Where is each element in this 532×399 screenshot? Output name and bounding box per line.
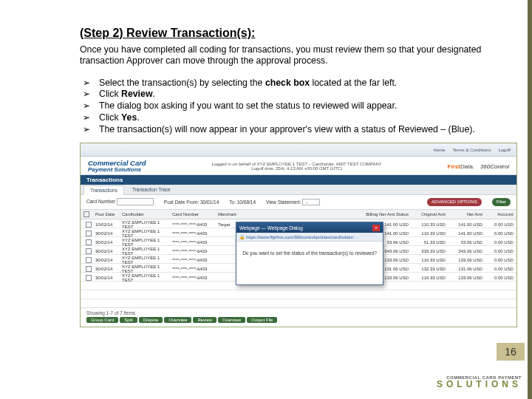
tab-trace[interactable]: Transaction Trace (126, 185, 177, 194)
col-postdate: Post Date (95, 212, 120, 216)
col-netamt: Net Amt (447, 212, 482, 216)
footer-l2: SOLUTIONS (437, 380, 522, 389)
tabs: Transactions Transaction Trace (81, 185, 516, 195)
row-checkbox[interactable] (86, 248, 92, 254)
dialog-title: Webpage — Webpage Dialog (239, 225, 303, 231)
step-title: (Step 2) Review Transaction(s): (80, 27, 497, 40)
select-all-checkbox[interactable] (83, 211, 89, 217)
filter-bar: Card Number Post Date From: 30/01/14 To:… (81, 195, 516, 210)
step-item: ➢Select the transaction(s) by selecting … (83, 78, 497, 89)
action-buttons: Group CardSplitDisputeOverviewReviewOver… (86, 317, 511, 323)
close-icon[interactable]: × (372, 225, 380, 231)
col-merchant: Merchant (218, 212, 255, 216)
footer-logo: COMMERCIAL CARD PAYMENT SOLUTIONS (437, 375, 522, 389)
page-number: 16 (497, 343, 525, 361)
row-checkbox[interactable] (86, 257, 92, 263)
adv-options[interactable]: ADVANCED OPTIONS (427, 198, 482, 206)
page-content: (Step 2) Review Transaction(s): Once you… (0, 0, 532, 135)
link-home[interactable]: Home (433, 148, 445, 152)
chevron-right-icon: ➢ (83, 78, 99, 89)
row-checkbox[interactable] (86, 231, 92, 236)
row-checkbox[interactable] (86, 239, 92, 245)
header-right: FirstData. 360Control (448, 163, 509, 170)
col-cardnumber: Card Number (172, 212, 216, 216)
app-top-links: Home Terms & Conditions Logoff (81, 143, 516, 157)
step-item: ➢Click Yes. (83, 112, 497, 124)
bottom-bar: Showing 1-7 of 7 items Group CardSplitDi… (81, 307, 516, 327)
chevron-right-icon: ➢ (83, 100, 99, 112)
dialog-url: https://www.ffgrfms.com/360controlqn/sit… (246, 235, 358, 239)
filter-button[interactable]: Filter (492, 198, 511, 206)
page-right-border (528, 0, 532, 399)
col-cardholder: Cardholder (122, 212, 171, 216)
chevron-right-icon: ➢ (83, 112, 99, 123)
step-text: The dialog box asking if you want to set… (99, 100, 497, 112)
app-header: Commercial Card Payment Solutions Logged… (81, 157, 516, 175)
chevron-right-icon: ➢ (83, 124, 99, 135)
dialog-message: Do you want to set the status of the tra… (236, 242, 383, 265)
chevron-right-icon: ➢ (83, 89, 99, 100)
cardnum-input[interactable] (117, 198, 154, 205)
row-checkbox[interactable] (86, 275, 92, 281)
pager-text: Showing 1-7 of 7 items (86, 310, 511, 316)
step-item: ➢Click Review. (83, 89, 497, 100)
postdate-to: To: 10/08/14 (229, 200, 256, 205)
step-text: Click Yes. (99, 112, 497, 124)
action-group-card[interactable]: Group Card (86, 317, 118, 323)
col-origamt: Original Amt (410, 212, 446, 216)
action-split[interactable]: Split (120, 317, 137, 323)
table-header: Post Date Cardholder Card Number Merchan… (81, 210, 516, 219)
firstdata-logo: FirstData. (448, 163, 474, 170)
step-list: ➢Select the transaction(s) by selecting … (80, 78, 497, 136)
tab-transactions[interactable]: Transactions (83, 185, 124, 195)
cardnum-label: Card Number (86, 199, 115, 204)
link-terms[interactable]: Terms & Conditions (452, 148, 491, 152)
action-overview[interactable]: Overview (218, 317, 245, 323)
step-text: Select the transaction(s) by selecting t… (99, 78, 497, 89)
step-text: The transaction(s) will now appear in yo… (99, 124, 497, 136)
col-netamt-status: Billing Net Amt Status (256, 212, 409, 216)
row-checkbox[interactable] (86, 222, 92, 228)
postdate-from: Post Date From: 30/01/14 (164, 200, 219, 205)
action-overview[interactable]: Overview (164, 317, 191, 323)
embedded-app-screenshot: Home Terms & Conditions Logoff Commercia… (80, 143, 517, 327)
step-item: ➢The dialog box asking if you want to se… (83, 100, 497, 112)
action-output-file[interactable]: Output File (247, 317, 277, 323)
viewstmt-value[interactable]: - (302, 199, 320, 205)
brand-l2: Payment Solutions (88, 167, 146, 173)
lock-icon: 🔒 (239, 234, 245, 239)
brand: Commercial Card Payment Solutions (88, 160, 146, 173)
action-dispute[interactable]: Dispute (139, 317, 163, 323)
product-name: 360Control (480, 163, 509, 170)
step-text: Click Review. (99, 89, 497, 100)
confirm-dialog: Webpage — Webpage Dialog× 🔒https://www.f… (236, 222, 383, 285)
viewstmt-label: View Statement: (266, 200, 301, 205)
link-logoff[interactable]: Logoff (498, 148, 511, 152)
col-account: Account (484, 212, 514, 216)
row-checkbox[interactable] (86, 266, 92, 272)
step-item: ➢The transaction(s) will now appear in y… (83, 124, 497, 136)
intro-text: Once you have completed all coding for t… (80, 44, 497, 67)
section-title: Transactions (81, 175, 516, 185)
action-review[interactable]: Review (193, 317, 216, 323)
login-time: Logoff time: 25th, 4:13 AM +00:00 GMT (U… (152, 166, 442, 171)
